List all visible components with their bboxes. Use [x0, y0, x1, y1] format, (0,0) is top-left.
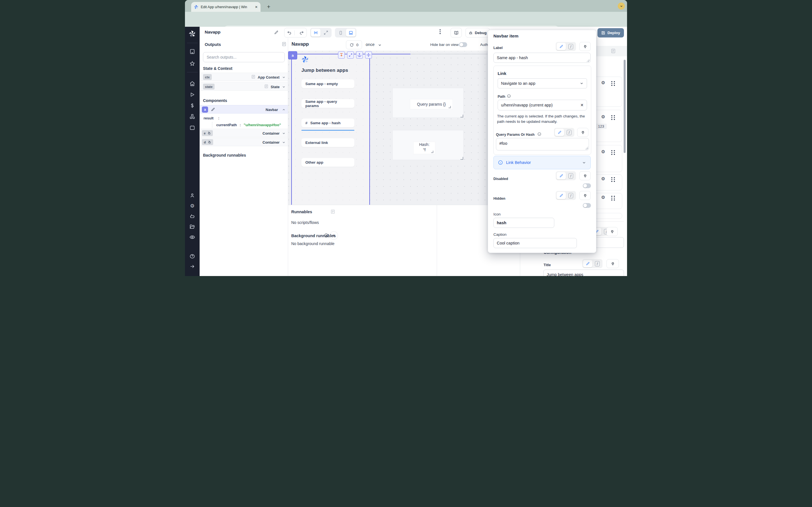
edit-pencil-icon[interactable]	[211, 107, 215, 112]
item-gear-icon[interactable]: ⚙	[601, 177, 605, 181]
full-width-icon[interactable]	[321, 29, 331, 37]
component-row-navbar[interactable]: a Navbar	[200, 105, 288, 114]
chevron-down-icon[interactable]	[282, 140, 286, 144]
expand-down-button[interactable]	[338, 51, 345, 59]
info-icon[interactable]	[324, 233, 328, 238]
chevron-down-icon[interactable]	[282, 85, 286, 89]
component-a-badge[interactable]: a	[288, 51, 297, 59]
info-icon[interactable]	[507, 94, 511, 98]
resize-corner-icon[interactable]	[460, 157, 463, 160]
docs-book-button[interactable]	[451, 28, 462, 38]
nav-item-same-app-empty[interactable]: Same app - empty	[301, 79, 354, 88]
nav-item-same-app-hash[interactable]: # Same app - hash	[301, 119, 354, 127]
add-background-runnable-button[interactable]: +	[329, 231, 338, 240]
qph-textarea[interactable]: #foo	[496, 138, 589, 151]
chevron-down-icon[interactable]	[282, 75, 286, 79]
folders-icon[interactable]	[190, 224, 195, 230]
nav-item-external-link[interactable]: External link	[301, 138, 354, 147]
component-selection-right[interactable]	[369, 54, 370, 205]
component-row-container-e[interactable]: e Container	[200, 129, 288, 137]
connect-plug-button[interactable]	[579, 191, 591, 200]
component-row-container-d[interactable]: d Container	[200, 138, 288, 146]
fx-function-icon[interactable]: ƒ	[566, 43, 575, 50]
connect-plug-button[interactable]	[606, 259, 619, 268]
panel-doc-icon[interactable]	[611, 48, 616, 54]
static-pencil-icon[interactable]	[557, 172, 566, 179]
chevron-up-icon[interactable]	[282, 108, 286, 112]
static-pencil-icon[interactable]	[557, 192, 566, 199]
chevron-down-icon[interactable]	[282, 131, 286, 135]
hash-panel[interactable]: Hash: "f	[393, 130, 463, 160]
desktop-view-icon[interactable]	[346, 29, 356, 37]
deploy-button[interactable]: Deploy	[598, 28, 624, 38]
clear-path-icon[interactable]: ✕	[580, 103, 583, 107]
mobile-view-icon[interactable]	[336, 29, 345, 37]
panel-doc-icon[interactable]	[331, 209, 335, 214]
label-input[interactable]: Same app - hash	[493, 53, 591, 63]
path-input[interactable]: u/henri/navapp (current app) ✕	[498, 100, 587, 110]
undo-icon[interactable]	[285, 31, 295, 35]
fx-function-icon[interactable]: ƒ	[565, 129, 573, 136]
item-gear-icon[interactable]: ⚙	[601, 195, 605, 200]
hide-bar-toggle[interactable]	[459, 42, 467, 47]
resources-boxes-icon[interactable]	[190, 114, 195, 119]
search-outputs-input[interactable]	[203, 52, 285, 62]
toolbar-more-menu-icon[interactable]	[440, 29, 441, 34]
variables-dollar-icon[interactable]	[190, 103, 195, 108]
hidden-toggle[interactable]	[583, 203, 591, 208]
anchor-component-button[interactable]	[356, 51, 363, 59]
disabled-toggle[interactable]	[583, 183, 591, 188]
title-input[interactable]: Jump between apps	[543, 270, 624, 276]
workers-bot-icon[interactable]	[190, 214, 195, 219]
connect-plug-button[interactable]	[606, 227, 618, 236]
audit-eye-icon[interactable]	[190, 234, 195, 240]
run-mode-select[interactable]: once	[366, 42, 374, 47]
output-row-ctx[interactable]: ctx App Context	[200, 73, 288, 81]
static-pencil-icon[interactable]	[555, 129, 564, 136]
info-icon[interactable]	[538, 132, 541, 136]
users-person-icon[interactable]	[190, 193, 195, 198]
query-params-panel[interactable]: Query params {}	[393, 88, 463, 118]
fx-function-icon[interactable]: ƒ	[593, 260, 602, 267]
runs-play-icon[interactable]	[190, 92, 195, 97]
textarea-resize-icon[interactable]	[585, 147, 588, 150]
redo-icon[interactable]	[297, 31, 306, 35]
static-pencil-icon[interactable]	[583, 260, 592, 267]
resize-corner-icon[interactable]	[460, 115, 463, 117]
windmill-logo-icon[interactable]	[189, 30, 196, 38]
link-behavior-collapse[interactable]: Link Behavior	[493, 156, 591, 169]
item-gear-icon[interactable]: ⚙	[601, 115, 605, 119]
nav-item-other-app[interactable]: Other app	[301, 158, 354, 167]
item-grip-icon[interactable]	[611, 81, 615, 86]
panel-doc-icon[interactable]	[282, 42, 287, 47]
nav-item-same-app-query-params[interactable]: Same app - query params	[301, 99, 354, 108]
item-grip-icon[interactable]	[611, 177, 615, 182]
schedules-calendar-icon[interactable]	[190, 125, 195, 130]
fx-function-icon[interactable]: ƒ	[566, 172, 575, 179]
item-gear-icon[interactable]: ⚙	[601, 80, 605, 85]
move-component-button[interactable]	[365, 51, 372, 59]
textarea-resize-icon[interactable]	[587, 59, 590, 62]
caption-input[interactable]: Cool caption	[493, 238, 577, 248]
json-key-result[interactable]: result	[204, 116, 213, 120]
item-grip-icon[interactable]	[611, 150, 615, 155]
output-row-state[interactable]: state State	[200, 82, 288, 91]
browser-tab[interactable]: Edit App u/henri/navapp | Win ✕	[191, 2, 260, 12]
connect-plug-button[interactable]	[579, 171, 591, 180]
link-type-select[interactable]: Navigate to an app	[498, 78, 587, 89]
tab-search-chevron-icon[interactable]	[618, 3, 625, 10]
new-tab-button[interactable]: +	[264, 3, 273, 11]
json-value-currentpath[interactable]: "u/henri/navapp#foo"	[244, 123, 281, 127]
refresh-count-button[interactable]: 0	[346, 40, 362, 49]
settings-gear-icon[interactable]: ⚙	[190, 203, 195, 209]
workspace-icon[interactable]	[190, 49, 195, 54]
json-key-currentpath[interactable]: currentPath	[216, 123, 237, 127]
bounded-width-icon[interactable]	[311, 29, 320, 37]
debug-button[interactable]: Debug	[465, 28, 490, 38]
collapse-arrow-icon[interactable]	[190, 264, 195, 269]
item-grip-icon[interactable]	[611, 115, 615, 120]
component-selection-left[interactable]	[291, 54, 292, 205]
settings-scrollbar[interactable]	[624, 60, 626, 153]
help-icon[interactable]	[190, 253, 195, 259]
fx-function-icon[interactable]: ƒ	[566, 192, 575, 199]
